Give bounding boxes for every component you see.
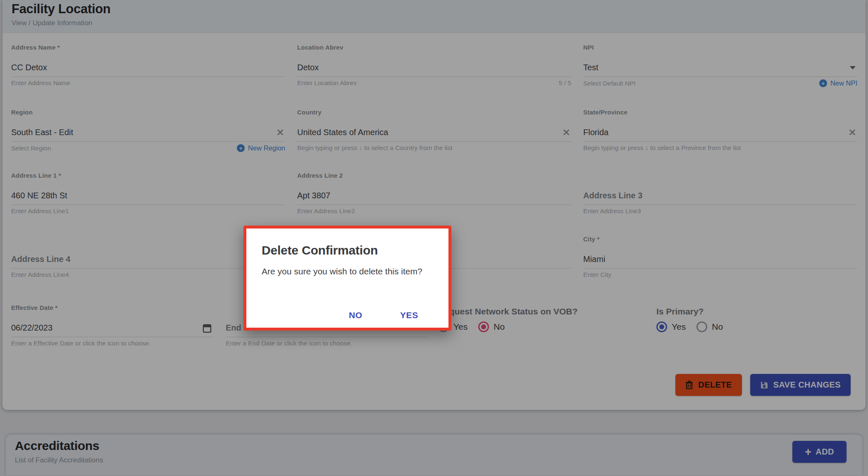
- dialog-yes-button[interactable]: YES: [396, 308, 422, 323]
- dialog-title: Delete Confirmation: [262, 243, 378, 257]
- dialog-message: Are you sure you wish to delete this ite…: [262, 267, 422, 276]
- dialog-no-button[interactable]: NO: [345, 308, 367, 323]
- delete-confirmation-dialog: Delete Confirmation Are you sure you wis…: [243, 226, 451, 331]
